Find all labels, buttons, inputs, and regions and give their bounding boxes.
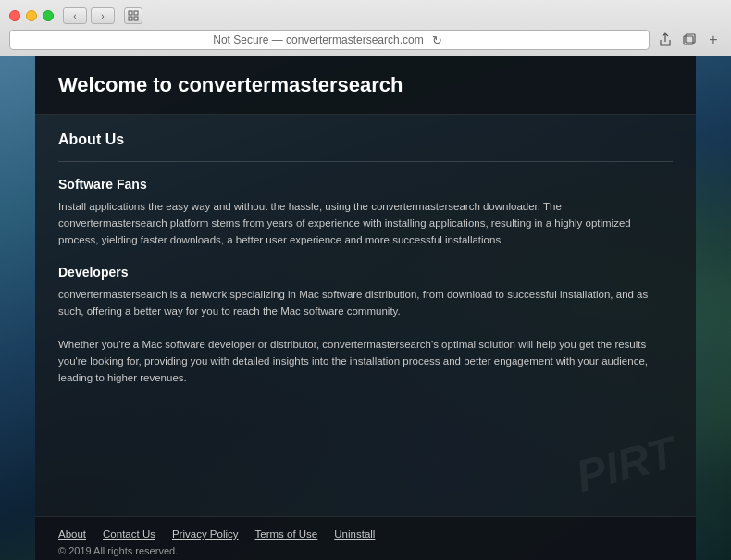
share-button[interactable] xyxy=(655,31,675,48)
footer-links: About Contact Us Privacy Policy Terms of… xyxy=(58,529,673,540)
close-button[interactable] xyxy=(9,10,20,21)
browser-viewport: Welcome to convertermastersearch About U… xyxy=(0,56,731,560)
software-fans-heading: Software Fans xyxy=(58,177,673,192)
about-link[interactable]: About xyxy=(58,529,86,540)
fullscreen-button[interactable] xyxy=(43,10,54,21)
developers-text-2: Whether you're a Mac software developer … xyxy=(58,337,673,386)
contact-link[interactable]: Contact Us xyxy=(103,529,155,540)
tab-view-button[interactable] xyxy=(124,7,142,24)
security-status: Not Secure — convertermastersearch.com xyxy=(213,33,423,46)
toolbar-icons xyxy=(655,31,700,48)
content-area: About Us Software Fans Install applicati… xyxy=(35,115,696,516)
svg-rect-1 xyxy=(134,11,138,15)
new-tab-button[interactable]: + xyxy=(705,31,722,48)
address-bar[interactable]: Not Secure — convertermastersearch.com ↻ xyxy=(9,30,650,50)
developers-text-1: convertermastersearch is a network speci… xyxy=(58,287,673,320)
privacy-policy-link[interactable]: Privacy Policy xyxy=(172,529,239,540)
developers-heading: Developers xyxy=(58,265,673,280)
forward-button[interactable]: › xyxy=(91,7,115,24)
new-window-button[interactable] xyxy=(679,31,700,48)
site-header: Welcome to convertermastersearch xyxy=(35,56,696,115)
svg-rect-2 xyxy=(129,17,132,20)
browser-chrome: ‹ › Not Secure — convertermastersearch.c… xyxy=(0,0,731,56)
site-footer: About Contact Us Privacy Policy Terms of… xyxy=(35,516,696,560)
about-us-heading: About Us xyxy=(58,131,673,148)
site-title: Welcome to convertermastersearch xyxy=(58,73,673,97)
address-bar-row: Not Secure — convertermastersearch.com ↻… xyxy=(9,30,722,50)
svg-rect-3 xyxy=(134,17,138,20)
back-button[interactable]: ‹ xyxy=(63,7,87,24)
copyright-text: © 2019 All rights reserved. xyxy=(58,545,673,556)
svg-rect-0 xyxy=(129,11,132,15)
nav-buttons: ‹ › xyxy=(63,7,115,24)
browser-titlebar: ‹ › xyxy=(9,7,722,24)
uninstall-link[interactable]: Uninstall xyxy=(334,529,375,540)
divider-1 xyxy=(58,161,673,162)
terms-of-use-link[interactable]: Terms of Use xyxy=(255,529,318,540)
minimize-button[interactable] xyxy=(26,10,37,21)
traffic-lights xyxy=(9,10,54,21)
main-content: Welcome to convertermastersearch About U… xyxy=(35,56,696,560)
reload-button[interactable]: ↻ xyxy=(429,31,446,48)
software-fans-text: Install applications the easy way and wi… xyxy=(58,199,673,248)
